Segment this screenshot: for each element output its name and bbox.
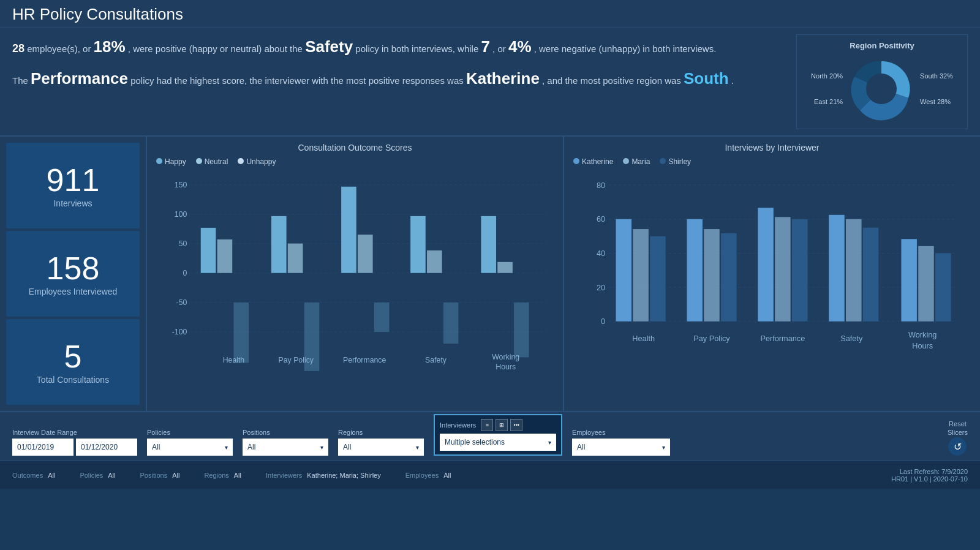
more-icon-btn[interactable]: ••• [510, 419, 522, 431]
interviewers-val: Katherine; Maria; Shirley [307, 472, 380, 479]
consultation-chart-svg: 150 100 50 0 -50 -100 [156, 170, 554, 405]
consultations-card: 5 Total Consultations [6, 319, 140, 405]
positions-filter-select[interactable]: All ▾ [243, 439, 328, 456]
regions-filter-group: Regions All ▾ [338, 429, 424, 456]
svg-text:20: 20 [597, 283, 605, 292]
footer-positions: Positions All [140, 472, 180, 479]
svg-rect-16 [288, 244, 303, 273]
interviewer-chart-legend: Katherine Maria Shirley [573, 157, 971, 166]
header: HR Policy Consultations [0, 0, 980, 28]
svg-text:40: 40 [597, 249, 605, 258]
svg-rect-56 [918, 246, 933, 322]
positions-filter-group: Positions All ▾ [243, 429, 328, 456]
region-positivity-panel: Region Positivity North 20% East 21% Sou… [796, 34, 968, 129]
svg-text:-50: -50 [176, 298, 187, 307]
grid-icon-btn[interactable]: ⊞ [496, 419, 508, 431]
svg-rect-47 [704, 229, 719, 322]
consultation-chart-title: Consultation Outcome Scores [156, 143, 554, 153]
svg-text:Safety: Safety [840, 334, 863, 343]
summary-pct1: 18% [94, 37, 126, 56]
consultations-label: Total Consultations [37, 375, 109, 385]
policies-filter-group: Policies All ▾ [147, 429, 233, 456]
svg-text:60: 60 [597, 214, 605, 224]
filter-icon-btn[interactable]: ≡ [481, 419, 493, 431]
svg-rect-55 [901, 239, 916, 321]
svg-rect-51 [792, 219, 807, 322]
svg-text:0: 0 [183, 269, 187, 277]
reset-slicers-button[interactable]: Reset Slicers ↺ [948, 420, 968, 456]
interviews-number: 911 [47, 163, 100, 198]
date-range-label: Interview Date Range [12, 429, 137, 436]
interviewers-chevron-down-icon: ▾ [548, 439, 551, 446]
reset-slicers-label: Reset [949, 420, 967, 428]
interviewers-select[interactable]: Multiple selections ▾ [440, 434, 556, 451]
svg-rect-45 [650, 236, 665, 322]
svg-text:Working: Working [908, 330, 937, 339]
policies-chevron-down-icon: ▾ [225, 444, 228, 451]
interviewer-chart-svg: 80 60 40 20 0 [573, 170, 971, 413]
svg-text:-100: -100 [172, 328, 187, 336]
footer-refresh: Last Refresh: 7/9/2020 HR01 | V1.0 | 202… [891, 468, 968, 483]
footer-interviewers: Interviewers Katherine; Maria; Shirley [266, 472, 381, 479]
reset-slicers-label2: Slicers [948, 429, 968, 436]
main-content: 911 Interviews 158 Employees Interviewed… [0, 137, 980, 412]
legend-katherine: Katherine [573, 157, 613, 166]
svg-rect-15 [271, 216, 287, 273]
policies-val: All [108, 472, 115, 479]
summary-text: 28 employee(s), or 18% , were positive (… [12, 34, 784, 129]
svg-text:Pay Policy: Pay Policy [693, 334, 730, 343]
svg-rect-49 [758, 208, 773, 321]
employees-val: All [443, 472, 451, 479]
west-label: West 28% [920, 98, 953, 105]
svg-text:Pay Policy: Pay Policy [279, 356, 314, 364]
donut-svg [848, 55, 915, 122]
summary-num1: 28 [12, 42, 24, 55]
svg-rect-12 [201, 228, 216, 273]
svg-text:Safety: Safety [425, 356, 447, 364]
policies-filter-select[interactable]: All ▾ [147, 439, 233, 456]
legend-maria: Maria [623, 157, 650, 166]
date-end-input[interactable]: 01/12/2020 [76, 439, 137, 456]
legend-shirley: Shirley [660, 157, 691, 166]
interviewer-chart-body: 80 60 40 20 0 [573, 170, 971, 413]
summary-policy1: Safety [305, 37, 353, 56]
interviews-card: 911 Interviews [6, 143, 140, 228]
svg-rect-24 [481, 216, 496, 273]
north-label: North 20% [811, 72, 843, 80]
svg-text:0: 0 [601, 317, 605, 326]
reset-icon: ↺ [948, 437, 967, 456]
svg-text:100: 100 [175, 210, 187, 219]
svg-rect-13 [217, 239, 233, 273]
svg-text:Health: Health [223, 356, 245, 364]
date-range-group: Interview Date Range 01/01/2019 01/12/20… [12, 429, 137, 456]
interviewer-chart-title: Interviews by Interviewer [573, 143, 971, 153]
employees-filter-select[interactable]: All ▾ [572, 439, 670, 456]
svg-text:Performance: Performance [760, 334, 805, 343]
donut-labels-left: North 20% East 21% [811, 72, 843, 105]
svg-rect-23 [443, 303, 459, 344]
svg-rect-52 [829, 215, 844, 322]
employees-filter-group: Employees All ▾ [572, 429, 670, 456]
svg-rect-20 [374, 303, 390, 332]
legend-neutral: Neutral [196, 157, 228, 166]
regions-filter-select[interactable]: All ▾ [338, 439, 424, 456]
date-start-input[interactable]: 01/01/2019 [12, 439, 74, 456]
outcomes-val: All [48, 472, 55, 479]
summary-region: South [684, 69, 729, 88]
svg-rect-54 [863, 228, 878, 322]
svg-rect-21 [410, 216, 426, 273]
svg-rect-44 [633, 229, 648, 322]
east-label: East 21% [811, 98, 843, 105]
svg-text:50: 50 [179, 239, 187, 248]
regions-key: Regions [204, 472, 228, 479]
svg-text:Performance: Performance [343, 356, 386, 364]
regions-filter-label: Regions [338, 429, 424, 436]
positions-key: Positions [140, 472, 168, 479]
svg-text:Working: Working [492, 353, 519, 361]
svg-rect-50 [775, 217, 790, 321]
svg-rect-25 [497, 262, 513, 273]
consultations-number: 5 [64, 339, 82, 374]
date-range: 01/01/2019 01/12/2020 [12, 439, 137, 456]
donut-chart: North 20% East 21% South 32% West 28% [803, 55, 961, 122]
interviewer-chart-panel: Interviews by Interviewer Katherine Mari… [564, 137, 980, 411]
